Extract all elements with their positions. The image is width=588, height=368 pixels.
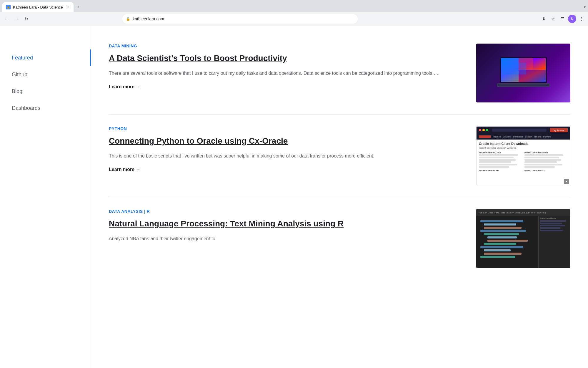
svg-rect-7 (503, 63, 526, 74)
page-wrapper: Featured Github Blog Dashboards DATA MIN… (0, 26, 588, 368)
article-excerpt: There are several tools or software that… (109, 69, 464, 77)
sidebar-item-dashboards[interactable]: Dashboards (12, 100, 91, 117)
url-text: kathleenlara.com (133, 16, 164, 21)
article-card: DATA MINING A Data Scientist's Tools to … (109, 32, 570, 115)
article-card: PYTHON Connecting Python to Oracle using… (109, 115, 570, 197)
menu-icon[interactable]: ⋮ (577, 15, 586, 23)
address-bar: ← → ↻ 🔒 kathleenlara.com ⬇ ☆ ☰ K ⋮ (0, 12, 588, 26)
tab-favicon: 🔒 (6, 5, 11, 9)
article-card: DATA ANALYSIS | R Natural Language Proce… (109, 197, 570, 274)
article-category: PYTHON (109, 126, 464, 131)
article-category: DATA MINING (109, 44, 464, 48)
laptop-illustration (494, 54, 553, 92)
main-content: DATA MINING A Data Scientist's Tools to … (91, 26, 588, 368)
article-text: PYTHON Connecting Python to Oracle using… (109, 126, 464, 172)
article-image-laptop (476, 44, 570, 102)
learn-more-link[interactable]: Learn more → (109, 84, 141, 89)
article-title[interactable]: Connecting Python to Oracle using Cx-Ora… (109, 136, 464, 146)
reload-button[interactable]: ↻ (22, 15, 31, 23)
bookmark-icon[interactable]: ☆ (549, 15, 557, 23)
sidebar: Featured Github Blog Dashboards (0, 26, 91, 368)
sidebar-item-github[interactable]: Github (12, 66, 91, 83)
download-icon[interactable]: ⬇ (540, 15, 548, 23)
article-text: DATA ANALYSIS | R Natural Language Proce… (109, 209, 464, 250)
article-excerpt: Analyzed NBA fans and their twitter enga… (109, 235, 464, 243)
tab-close-button[interactable]: ✕ (65, 5, 70, 9)
browser-chrome: 🔒 Kathleen Lara - Data Science ✕ + ▾ ← →… (0, 0, 588, 26)
scroll-button[interactable]: ▲ (564, 179, 569, 184)
reading-list-icon[interactable]: ☰ (559, 15, 567, 23)
profile-avatar[interactable]: K (568, 15, 576, 23)
back-button[interactable]: ← (2, 15, 11, 23)
article-title[interactable]: A Data Scientist's Tools to Boost Produc… (109, 53, 464, 64)
article-text: DATA MINING A Data Scientist's Tools to … (109, 44, 464, 89)
sidebar-active-indicator (90, 49, 91, 66)
active-tab[interactable]: 🔒 Kathleen Lara - Data Science ✕ (2, 2, 74, 12)
article-image-oracle: My Account ProductsSolutionsDownloadsSup… (476, 126, 570, 185)
sidebar-nav: Featured Github Blog Dashboards (12, 49, 91, 117)
article-excerpt: This is one of the basic scripts that I'… (109, 152, 464, 160)
tab-dropdown-button[interactable]: ▾ (584, 5, 586, 9)
lock-icon: 🔒 (126, 17, 130, 21)
learn-more-link[interactable]: Learn more → (109, 167, 141, 172)
svg-rect-8 (499, 84, 547, 85)
article-title[interactable]: Natural Language Processing: Text Mining… (109, 218, 464, 229)
sidebar-item-featured[interactable]: Featured (12, 49, 91, 66)
article-image-r: File Edit Code View Plots Session Build … (476, 209, 570, 268)
sidebar-item-blog[interactable]: Blog (12, 83, 91, 100)
forward-button[interactable]: → (12, 15, 21, 23)
new-tab-button[interactable]: + (75, 3, 83, 11)
tab-bar: 🔒 Kathleen Lara - Data Science ✕ + ▾ (0, 0, 588, 12)
tab-title: Kathleen Lara - Data Science (13, 5, 63, 9)
browser-actions: ⬇ ☆ ☰ K ⋮ (540, 15, 586, 23)
article-category: DATA ANALYSIS | R (109, 209, 464, 214)
url-bar[interactable]: 🔒 kathleenlara.com (122, 14, 358, 24)
